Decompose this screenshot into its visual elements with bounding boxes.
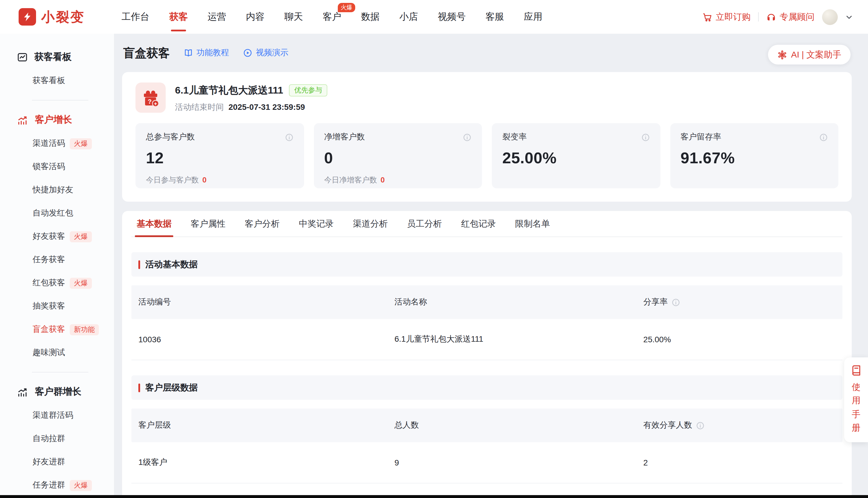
sidebar-section-group-growth[interactable]: 客户群增长	[0, 380, 114, 404]
sidebar-item[interactable]: 趣味测试	[0, 341, 114, 364]
nav-item[interactable]: 内容	[236, 0, 274, 34]
sidebar-item[interactable]: 自动发红包	[0, 202, 114, 225]
sidebar-item[interactable]: 渠道活码 火爆	[0, 132, 114, 155]
info-icon[interactable]	[696, 421, 704, 430]
sidebar-item[interactable]: 锁客活码	[0, 155, 114, 179]
order-now-button[interactable]: 立即订购	[702, 11, 751, 22]
table-row: 10036 6.1儿童节礼包大派送111 25.00%	[131, 319, 842, 360]
end-time-value: 2025-07-31 23:59:59	[229, 102, 305, 112]
nav-item[interactable]: 小店	[390, 0, 428, 34]
video-demo-link[interactable]: 视频演示	[243, 48, 288, 58]
sidebar-section-customer-growth[interactable]: 客户增长	[0, 108, 114, 132]
section-marker	[138, 260, 140, 269]
sidebar-item-badge: 火爆	[70, 231, 92, 242]
column-header: 客户层级	[131, 420, 394, 431]
sidebar-item[interactable]: 好友进群	[0, 450, 114, 474]
sidebar-item-badge: 火爆	[70, 277, 92, 289]
manual-book-icon	[851, 365, 861, 376]
tutorial-link[interactable]: 功能教程	[184, 48, 229, 58]
tab[interactable]: 中奖记录	[299, 211, 334, 236]
nav-item[interactable]: 应用	[514, 0, 552, 34]
tab[interactable]: 员工分析	[407, 211, 442, 236]
main-content: 盲盒获客 功能教程 视频演示	[114, 34, 868, 498]
stat-label: 客户留存率	[681, 132, 721, 142]
table-cell: 6.1儿童节礼包大派送111	[394, 334, 643, 344]
info-icon[interactable]	[285, 133, 293, 142]
info-icon[interactable]	[819, 133, 828, 142]
sidebar-item[interactable]: 红包获客 火爆	[0, 271, 114, 294]
sidebar-item[interactable]: 任务获客	[0, 248, 114, 271]
info-icon[interactable]	[671, 298, 680, 306]
sidebar-item[interactable]: 获客看板	[0, 69, 114, 92]
nav-item[interactable]: 数据	[351, 0, 390, 34]
play-icon	[243, 48, 252, 57]
stat-sub-value: 0	[202, 175, 206, 184]
svg-text:?: ?	[148, 98, 152, 105]
divider	[758, 12, 759, 22]
nav-item[interactable]: 运营	[198, 0, 236, 34]
main-nav: 工作台 获客 运营 内容 聊天	[112, 0, 552, 34]
sidebar-item-label: 盲盒获客	[33, 324, 65, 335]
tab[interactable]: 红包记录	[461, 211, 496, 236]
activity-info: 6.1儿童节礼包大派送111 优先参与 活动结束时间2025-07-31 23:…	[175, 82, 327, 113]
activity-end-time: 活动结束时间2025-07-31 23:59:59	[175, 102, 327, 113]
nav-item[interactable]: 聊天	[274, 0, 313, 34]
bar-chart-trend-icon	[17, 386, 28, 398]
book-icon	[184, 48, 193, 57]
nav-item-label: 聊天	[284, 11, 303, 23]
info-icon[interactable]	[641, 133, 650, 142]
tab[interactable]: 客户分析	[245, 211, 280, 236]
table-row: 1级客户 9 2	[131, 442, 842, 484]
sidebar-section-dashboard[interactable]: 获客看板	[0, 45, 114, 69]
nav-item[interactable]: 客户 火爆	[313, 0, 351, 34]
ai-flower-icon	[777, 50, 787, 60]
sidebar-item[interactable]: 好友获客 火爆	[0, 225, 114, 248]
manual-label: 使用手册	[852, 380, 861, 434]
sidebar-item[interactable]: 快捷加好友	[0, 179, 114, 202]
user-manual-floating-tab[interactable]: 使用手册	[844, 357, 868, 442]
sidebar-item[interactable]: 抽奖获客	[0, 294, 114, 318]
nav-item[interactable]: 视频号	[428, 0, 476, 34]
section-header-activity-basic: 活动基本数据	[131, 252, 842, 277]
sidebar-item-label: 趣味测试	[33, 348, 65, 358]
nav-item[interactable]: 工作台	[112, 0, 159, 34]
line-chart-icon	[17, 52, 28, 63]
sidebar-item[interactable]: 盲盒获客 新功能	[0, 318, 114, 341]
lightning-bolt-icon	[18, 8, 36, 26]
info-icon[interactable]	[463, 133, 471, 142]
nav-item[interactable]: 客服	[476, 0, 514, 34]
nav-item[interactable]: 获客	[159, 0, 198, 34]
nav-item-label: 小店	[399, 11, 418, 23]
gift-box-icon: ? +	[135, 82, 166, 113]
priority-badge: 优先参与	[289, 84, 327, 96]
tab[interactable]: 基本数据	[137, 211, 171, 236]
sidebar-item-label: 快捷加好友	[33, 185, 73, 195]
stat-card: 总参与客户数 12 今日参与客户数0	[135, 123, 304, 188]
column-header: 分享率	[643, 297, 842, 307]
divider	[32, 100, 88, 101]
advisor-button[interactable]: 专属顾问	[766, 11, 815, 22]
sidebar-item-label: 获客看板	[33, 76, 65, 86]
tab-bar: 基本数据 客户属性 客户分析 中奖记录 渠道分析	[131, 211, 842, 237]
sidebar-item[interactable]: 任务进群 火爆	[0, 474, 114, 497]
sidebar-item-label: 好友获客	[33, 231, 65, 242]
page-title: 盲盒获客	[123, 45, 170, 61]
brand-logo[interactable]: 小裂变	[18, 8, 85, 26]
ai-copywriting-assistant-button[interactable]: AI | 文案助手	[768, 45, 851, 65]
tab[interactable]: 渠道分析	[353, 211, 388, 236]
sidebar-item[interactable]: 自动拉群	[0, 427, 114, 450]
page-header: 盲盒获客 功能教程 视频演示	[122, 34, 852, 72]
user-avatar[interactable]	[822, 9, 838, 25]
sidebar-item-label: 渠道活码	[33, 138, 65, 149]
activity-header: ? + 6.1儿童节礼包大派送111 优先参与 活动结束时间2025-07-31…	[135, 82, 838, 113]
sidebar-item[interactable]: 渠道群活码	[0, 404, 114, 427]
column-header: 有效分享人数	[643, 420, 842, 431]
activity-name: 6.1儿童节礼包大派送111	[175, 84, 283, 97]
tab[interactable]: 限制名单	[515, 211, 550, 236]
sidebar-item-label: 任务进群	[33, 480, 65, 490]
tab[interactable]: 客户属性	[191, 211, 225, 236]
stat-sub: 今日净增客户数0	[324, 175, 471, 185]
data-panel-card: 基本数据 客户属性 客户分析 中奖记录 渠道分析	[122, 211, 852, 498]
chevron-down-icon[interactable]	[845, 13, 853, 21]
stat-label: 净增客户数	[324, 132, 365, 142]
